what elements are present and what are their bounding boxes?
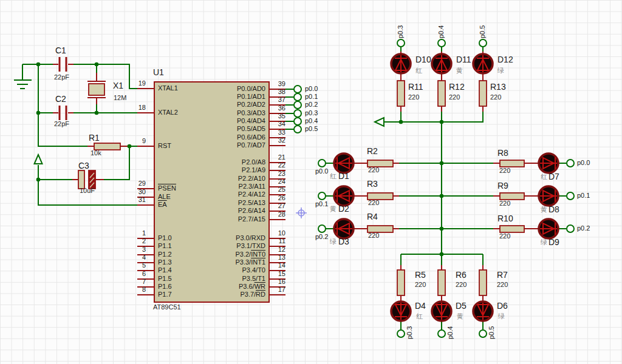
pin-name-p2.1: P2.1/A9 xyxy=(217,167,265,174)
terminal-p0.0-right[interactable] xyxy=(567,160,574,167)
terminal-label-p0.2: p0.2 xyxy=(305,101,318,108)
terminal-label-top-p0.4: p0.4 xyxy=(438,25,445,38)
terminal-p0.5-chip[interactable] xyxy=(294,126,301,133)
pin-num-33: 33 xyxy=(271,129,285,136)
led-d3[interactable] xyxy=(334,219,354,238)
led-d5[interactable] xyxy=(432,302,451,321)
terminal-p0.4-top[interactable] xyxy=(438,39,445,47)
terminal-p0.0-left[interactable] xyxy=(318,160,326,167)
pin-num-2: 2 xyxy=(131,238,146,244)
terminal-p0.2-right[interactable] xyxy=(567,225,574,232)
pin-num-31: 31 xyxy=(131,197,146,203)
terminal-p0.2-left[interactable] xyxy=(318,225,326,232)
pin-name-p0.3: P0.3/AD3 xyxy=(217,110,265,116)
d1-color-label: 红 xyxy=(330,173,337,180)
led-d6[interactable] xyxy=(473,302,493,321)
pin-num-25: 25 xyxy=(271,186,285,193)
led-d1[interactable] xyxy=(334,153,354,173)
c2-value: 22pF xyxy=(54,121,69,127)
power-arrow-left[interactable] xyxy=(375,118,384,126)
pin-name-p0.0: P0.0/AD0 xyxy=(217,86,265,92)
crystal-x1-body[interactable] xyxy=(89,84,104,95)
pin-name-p2.2: P2.2/A10 xyxy=(217,175,265,182)
led-d11[interactable] xyxy=(432,54,451,73)
pin-name-xtal2: XTAL2 xyxy=(158,109,178,116)
led-d12[interactable] xyxy=(473,54,493,73)
pin-num-19: 19 xyxy=(131,80,146,87)
pin-num-24: 24 xyxy=(271,178,285,185)
pin-num-17: 17 xyxy=(271,286,285,293)
terminal-label-bottom-p0.5: p0.5 xyxy=(488,326,495,339)
pin-num-32: 32 xyxy=(271,137,285,144)
led-d7[interactable] xyxy=(539,153,558,173)
resistor-r7-body[interactable] xyxy=(479,270,487,295)
pin-num-18: 18 xyxy=(131,104,146,111)
terminal-p0.5-top[interactable] xyxy=(479,39,487,47)
capacitor-c2-plates[interactable] xyxy=(60,106,66,120)
d3-label: D3 xyxy=(338,237,349,246)
d1-label: D1 xyxy=(338,172,349,180)
resistor-r6-body[interactable] xyxy=(438,270,445,295)
pin-name-p0.7: P0.7/AD7 xyxy=(217,142,265,149)
resistor-r11-body[interactable] xyxy=(397,81,405,106)
pin-name-p3.7: P3.7/RD xyxy=(217,291,265,298)
resistor-r5-body[interactable] xyxy=(397,270,405,295)
resistor-r8-body[interactable] xyxy=(500,160,524,167)
terminal-p0.4-chip[interactable] xyxy=(294,118,301,125)
led-d10[interactable] xyxy=(391,54,411,73)
r4-label: R4 xyxy=(367,212,378,221)
pin-num-16: 16 xyxy=(271,278,285,285)
r8-value: 220 xyxy=(499,167,510,174)
terminal-p0.5-bottom[interactable] xyxy=(479,330,487,337)
resistor-r9-body[interactable] xyxy=(500,193,524,200)
r9-label: R9 xyxy=(497,181,508,190)
terminal-p0.0-chip[interactable] xyxy=(294,86,301,93)
led-d4[interactable] xyxy=(391,302,411,321)
pin-num-29: 29 xyxy=(131,180,146,187)
resistor-r10-body[interactable] xyxy=(500,226,524,232)
terminal-label-left-p0.0: p0.0 xyxy=(315,168,328,175)
pin-num-35: 35 xyxy=(271,113,285,120)
terminal-p0.3-top[interactable] xyxy=(397,39,405,47)
pin-num-34: 34 xyxy=(271,121,285,127)
r7-label: R7 xyxy=(497,271,508,279)
pin-num-4: 4 xyxy=(131,254,146,261)
led-d9[interactable] xyxy=(539,219,558,238)
pin-name-p0.4: P0.4/AD4 xyxy=(217,118,265,124)
terminal-p0.1-right[interactable] xyxy=(567,192,574,200)
pin-num-26: 26 xyxy=(271,195,285,201)
led-d8[interactable] xyxy=(539,186,558,206)
d12-color-label: 绿 xyxy=(497,67,504,74)
pin-num-37: 37 xyxy=(271,96,285,103)
pin-num-13: 13 xyxy=(271,254,285,261)
r1-label: R1 xyxy=(89,133,100,142)
r2-value: 220 xyxy=(368,167,379,174)
pin-num-23: 23 xyxy=(271,170,285,177)
schematic-graphics xyxy=(0,0,622,364)
r1-value: 10k xyxy=(91,150,101,157)
pin-num-11: 11 xyxy=(271,238,285,244)
terminal-label-top-p0.3: p0.3 xyxy=(397,25,404,38)
x1-label: X1 xyxy=(113,81,123,90)
terminal-p0.1-chip[interactable] xyxy=(294,93,301,101)
d6-color-label: 绿 xyxy=(498,313,505,320)
terminal-p0.2-chip[interactable] xyxy=(294,101,301,109)
terminal-p0.3-chip[interactable] xyxy=(294,110,301,117)
capacitor-c1-plates[interactable] xyxy=(60,57,66,72)
d8-color-label: 黄 xyxy=(541,206,547,213)
pin-name-p1.5: P1.5 xyxy=(158,275,172,282)
pin-name-xtal1: XTAL1 xyxy=(158,85,178,92)
pin-name-p0.2: P0.2/AD2 xyxy=(217,101,265,108)
terminal-p0.4-bottom[interactable] xyxy=(438,330,445,337)
capacitor-c3[interactable] xyxy=(78,170,95,189)
pin-name-p3.3: P3.3/INT1 xyxy=(217,259,265,266)
terminal-label-p0.0: p0.0 xyxy=(305,86,318,92)
led-d2[interactable] xyxy=(334,186,354,206)
pin-name-p3.1: P3.1/TXD xyxy=(217,243,265,249)
pin-num-28: 28 xyxy=(271,211,285,218)
resistor-r13-body[interactable] xyxy=(479,81,487,106)
terminal-p0.3-bottom[interactable] xyxy=(397,330,405,337)
resistor-r12-body[interactable] xyxy=(438,81,445,106)
power-arrow-up[interactable] xyxy=(35,155,43,164)
terminal-p0.1-left[interactable] xyxy=(318,192,326,200)
